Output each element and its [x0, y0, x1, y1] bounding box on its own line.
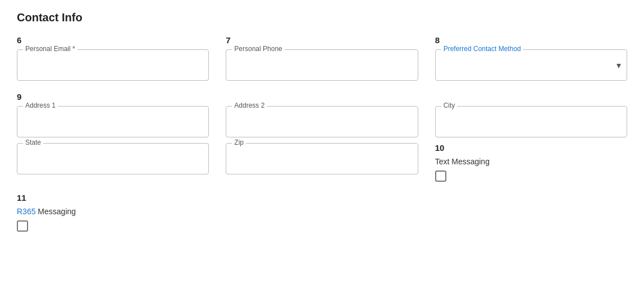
- field-group-zip: Zip: [226, 143, 418, 182]
- r365-messaging-checkbox[interactable]: [17, 220, 28, 232]
- r365-brand-text: R365: [17, 207, 35, 216]
- text-messaging-checkbox-wrapper: [435, 171, 627, 182]
- section-number-9: 9: [17, 92, 627, 102]
- field-group-text-messaging: 10 Text Messaging: [435, 143, 627, 182]
- address1-input[interactable]: [23, 116, 203, 125]
- personal-email-field-wrapper: Personal Email *: [17, 49, 209, 81]
- r365-messaging-text: Messaging: [35, 207, 76, 216]
- personal-phone-input[interactable]: [232, 59, 412, 68]
- personal-phone-field-wrapper: Personal Phone: [226, 49, 418, 81]
- personal-phone-label: Personal Phone: [232, 45, 284, 53]
- section-number-10: 10: [435, 143, 627, 153]
- text-messaging-label: Text Messaging: [435, 157, 627, 166]
- page-title: Contact Info: [17, 11, 627, 24]
- zip-label: Zip: [232, 139, 246, 146]
- city-field-wrapper: City: [435, 106, 627, 137]
- field-group-state: State: [17, 143, 209, 182]
- preferred-contact-label: Preferred Contact Method: [441, 45, 523, 53]
- address1-field-wrapper: Address 1: [17, 106, 209, 137]
- state-label: State: [23, 139, 43, 146]
- address2-field-wrapper: Address 2: [226, 106, 418, 137]
- field-group-preferred-contact: 8 Preferred Contact Method ▾: [435, 35, 627, 81]
- field-group-personal-phone: 7 Personal Phone: [226, 35, 418, 81]
- text-messaging-checkbox[interactable]: [435, 171, 446, 182]
- city-input[interactable]: [441, 116, 621, 125]
- r365-messaging-checkbox-wrapper: [17, 220, 627, 232]
- field-group-city: City: [435, 106, 627, 137]
- zip-field-wrapper: Zip: [226, 143, 418, 174]
- field-group-address1: Address 1: [17, 106, 209, 137]
- address2-input[interactable]: [232, 116, 412, 125]
- address1-label: Address 1: [23, 102, 58, 109]
- state-input[interactable]: [23, 153, 203, 162]
- personal-email-input[interactable]: [23, 59, 203, 68]
- field-group-address2: Address 2: [226, 106, 418, 137]
- section-number-11: 11: [17, 193, 627, 202]
- zip-input[interactable]: [232, 153, 412, 162]
- section-number-7: 7: [226, 35, 418, 45]
- state-field-wrapper: State: [17, 143, 209, 174]
- personal-email-label: Personal Email *: [23, 45, 77, 53]
- section-number-6: 6: [17, 35, 209, 45]
- section-number-8: 8: [435, 35, 627, 45]
- city-label: City: [441, 102, 458, 109]
- field-group-personal-email: 6 Personal Email *: [17, 35, 209, 81]
- preferred-contact-select-wrapper[interactable]: Preferred Contact Method ▾: [435, 49, 627, 81]
- r365-messaging-label: R365 Messaging: [17, 207, 627, 216]
- dropdown-arrow-icon: ▾: [616, 60, 621, 71]
- address2-label: Address 2: [232, 102, 267, 109]
